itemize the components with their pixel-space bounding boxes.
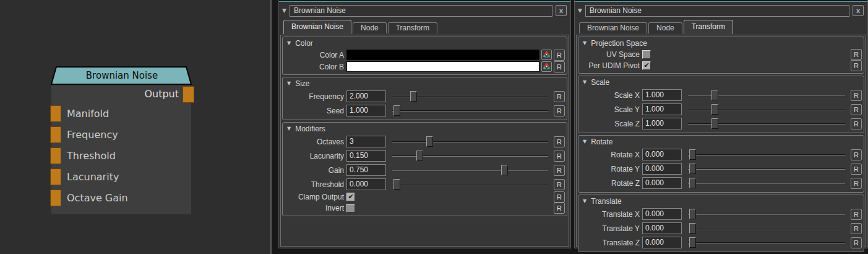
uv-space-checkbox[interactable] <box>642 50 651 59</box>
scale-z-slider[interactable] <box>688 118 845 129</box>
scale-x-input[interactable]: 1.000 <box>642 89 682 101</box>
translate-z-input[interactable]: 0.000 <box>642 237 682 248</box>
lacunarity-slider[interactable] <box>392 150 548 162</box>
rotate-z-slider[interactable] <box>688 177 845 189</box>
reset-button[interactable]: R <box>851 49 862 60</box>
input-port-octave-gain[interactable] <box>50 190 61 206</box>
slider-handle[interactable] <box>711 104 718 115</box>
node-graph-canvas[interactable]: Brownian Noise Output ManifoldFrequencyT… <box>0 0 272 254</box>
slider-handle[interactable] <box>501 165 508 175</box>
slider-handle[interactable] <box>689 237 696 248</box>
slider-handle[interactable] <box>393 105 400 116</box>
translate-x-slider[interactable] <box>688 208 845 220</box>
scale-y-slider[interactable] <box>688 103 845 115</box>
input-port-manifold[interactable] <box>50 105 61 122</box>
color-b-swatch[interactable] <box>346 61 539 72</box>
translate-y-slider[interactable] <box>688 222 845 234</box>
rotate-y-slider[interactable] <box>688 163 845 175</box>
reset-button[interactable]: R <box>554 50 565 61</box>
color-a-swatch[interactable] <box>346 50 539 60</box>
frequency-input[interactable]: 2.000 <box>346 90 386 102</box>
section-header-size[interactable]: ▼Size <box>284 77 565 89</box>
gain-slider[interactable] <box>392 164 548 176</box>
reset-button[interactable]: R <box>851 209 862 220</box>
palette-title-field[interactable]: Brownian Noise <box>585 5 849 17</box>
reset-button[interactable]: R <box>554 191 565 203</box>
translate-x-input[interactable]: 0.000 <box>642 208 682 220</box>
clamp-output-checkbox[interactable] <box>346 193 355 201</box>
slider-handle[interactable] <box>416 151 423 161</box>
color-picker-button[interactable] <box>541 61 552 72</box>
rotate-x-input[interactable]: 0.000 <box>642 149 682 160</box>
invert-checkbox[interactable] <box>346 204 355 212</box>
reset-button[interactable]: R <box>851 237 862 248</box>
reset-button[interactable]: R <box>554 151 565 162</box>
slider-handle[interactable] <box>426 136 433 147</box>
seed-slider[interactable] <box>392 105 548 116</box>
reset-button[interactable]: R <box>851 90 862 101</box>
gain-input[interactable]: 0.750 <box>346 164 386 176</box>
slider-handle[interactable] <box>711 90 718 100</box>
tab-node[interactable]: Node <box>353 22 387 33</box>
palette-title-field[interactable]: Brownian Noise <box>290 5 552 17</box>
scale-x-slider[interactable] <box>688 89 845 101</box>
seed-input[interactable]: 1.000 <box>346 105 386 116</box>
input-port-frequency[interactable] <box>50 126 61 143</box>
tab-node[interactable]: Node <box>648 22 682 33</box>
reset-button[interactable]: R <box>554 91 565 102</box>
rotate-x-slider[interactable] <box>688 149 845 160</box>
tab-brownian-noise[interactable]: Brownian Noise <box>579 22 647 33</box>
reset-button[interactable]: R <box>554 136 565 147</box>
reset-button[interactable]: R <box>554 61 565 72</box>
input-port-threshold[interactable] <box>50 147 61 164</box>
tab-transform[interactable]: Transform <box>684 20 733 34</box>
section-header-modifiers[interactable]: ▼Modifiers <box>284 123 565 134</box>
reset-button[interactable]: R <box>851 149 862 160</box>
scale-z-input[interactable]: 1.000 <box>642 118 682 129</box>
collapse-triangle-icon[interactable]: ▼ <box>578 7 582 14</box>
section-header-scale[interactable]: ▼Scale <box>580 76 862 88</box>
reset-button[interactable]: R <box>851 164 862 175</box>
section-header-color[interactable]: ▼Color <box>284 37 565 49</box>
rotate-z-input[interactable]: 0.000 <box>642 177 682 189</box>
tab-transform[interactable]: Transform <box>388 22 437 33</box>
slider-handle[interactable] <box>689 164 696 174</box>
input-port-lacunarity[interactable] <box>50 169 61 185</box>
reset-button[interactable]: R <box>554 179 565 190</box>
rotate-y-input[interactable]: 0.000 <box>642 163 682 175</box>
slider-handle[interactable] <box>689 149 696 160</box>
slider-handle[interactable] <box>410 91 417 102</box>
close-button[interactable]: x <box>853 5 864 16</box>
collapse-triangle-icon[interactable]: ▼ <box>282 7 286 14</box>
color-picker-button[interactable] <box>541 50 552 60</box>
lacunarity-input[interactable]: 0.150 <box>346 150 386 162</box>
translate-z-slider[interactable] <box>688 237 845 248</box>
slider-handle[interactable] <box>689 223 696 234</box>
octaves-input[interactable]: 3 <box>346 136 386 147</box>
threshold-input[interactable]: 0.000 <box>346 178 386 190</box>
node-header[interactable]: Brownian Noise <box>49 66 194 85</box>
close-button[interactable]: x <box>556 5 567 16</box>
reset-button[interactable]: R <box>851 178 862 189</box>
translate-y-input[interactable]: 0.000 <box>642 222 682 234</box>
reset-button[interactable]: R <box>851 60 862 71</box>
octaves-slider[interactable] <box>392 136 548 147</box>
reset-button[interactable]: R <box>554 105 565 116</box>
per-udim-pivot-checkbox[interactable] <box>642 61 651 70</box>
tab-brownian-noise[interactable]: Brownian Noise <box>283 20 351 34</box>
brownian-noise-node[interactable]: Brownian Noise Output ManifoldFrequencyT… <box>49 66 194 214</box>
reset-button[interactable]: R <box>851 223 862 234</box>
reset-button[interactable]: R <box>851 118 862 129</box>
section-header-projection-space[interactable]: ▼Projection Space <box>580 37 862 49</box>
reset-button[interactable]: R <box>554 203 565 214</box>
output-port[interactable] <box>183 86 194 103</box>
scale-y-input[interactable]: 1.000 <box>642 103 682 115</box>
slider-handle[interactable] <box>689 209 696 219</box>
reset-button[interactable]: R <box>851 104 862 115</box>
section-header-translate[interactable]: ▼Translate <box>580 195 862 207</box>
section-header-rotate[interactable]: ▼Rotate <box>580 136 862 147</box>
threshold-slider[interactable] <box>392 178 548 190</box>
slider-handle[interactable] <box>393 179 400 190</box>
slider-handle[interactable] <box>711 118 718 129</box>
reset-button[interactable]: R <box>554 165 565 176</box>
